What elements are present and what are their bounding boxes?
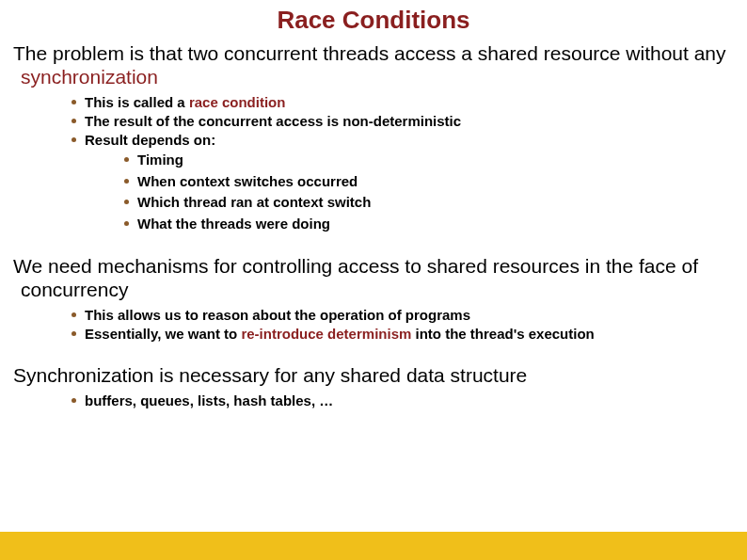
slide-title: Race Conditions [0, 0, 747, 42]
slide: Race Conditions The problem is that two … [0, 0, 747, 560]
list-item: Timing [124, 150, 734, 171]
block-2: We need mechanisms for controlling acces… [0, 255, 747, 344]
list-item: Result depends on: [72, 131, 734, 150]
item-text: Essentially, we want to [85, 326, 241, 342]
sub-list-3: buffers, queues, lists, hash tables, … [13, 392, 734, 410]
list-item: buffers, queues, lists, hash tables, … [72, 392, 734, 410]
item-text-post: into the thread's execution [411, 326, 594, 342]
list-item: Essentially, we want to re-introduce det… [72, 325, 734, 344]
item-text: This is called a [85, 94, 189, 110]
list-item: Which thread ran at context switch [124, 192, 734, 214]
footer-bar [0, 532, 747, 560]
block-1: The problem is that two concurrent threa… [0, 42, 747, 234]
list-item: The result of the concurrent access is n… [72, 112, 734, 131]
item-accent: re-introduce determinism [241, 326, 411, 342]
sub-sub-list: Timing When context switches occurred Wh… [72, 150, 734, 234]
item-accent: race condition [189, 94, 286, 110]
list-item: This is called a race condition [72, 93, 734, 112]
list-item: This allows us to reason about the opera… [72, 306, 734, 325]
point-1: The problem is that two concurrent threa… [13, 42, 734, 89]
point-2: We need mechanisms for controlling acces… [13, 255, 734, 302]
point-3: Synchronization is necessary for any sha… [13, 364, 734, 388]
point-1-text: The problem is that two concurrent threa… [13, 42, 726, 64]
list-item: When context switches occurred [124, 171, 734, 193]
point-1-accent: synchronization [21, 66, 158, 88]
block-3: Synchronization is necessary for any sha… [0, 364, 747, 410]
list-item: What the threads were doing [124, 214, 734, 235]
sub-list-1: This is called a race condition The resu… [13, 93, 734, 235]
sub-list-2: This allows us to reason about the opera… [13, 306, 734, 344]
